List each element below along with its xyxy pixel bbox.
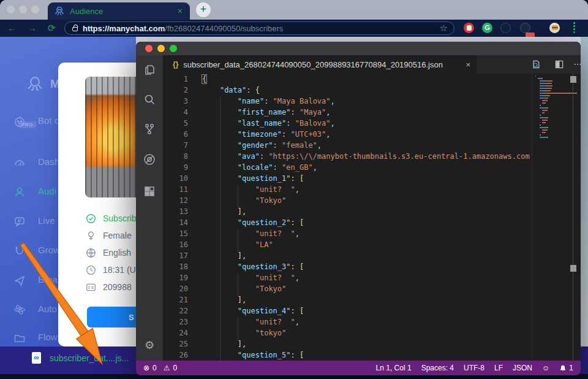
code-line-3[interactable]: "name": "Maya Balova",: [202, 97, 581, 108]
browser-tab-strip: Audience × +: [0, 0, 588, 20]
vscode-tab-close-icon[interactable]: ×: [466, 60, 470, 69]
extension-spiral-icon[interactable]: [520, 23, 530, 33]
vscode-status-bar: ⊗ 0 ⚠ 0 Ln 1, Col 1Spaces: 4UTF-8LFJSON …: [136, 361, 581, 375]
code-line-2[interactable]: "data": {: [202, 86, 581, 97]
bell-icon: [559, 364, 567, 372]
feedback-smiley-icon[interactable]: ☺: [542, 364, 549, 372]
browser-minimize-button[interactable]: [19, 6, 27, 13]
new-tab-button[interactable]: +: [196, 2, 211, 17]
code-lines[interactable]: { "data": { "name": "Maya Balova", "firs…: [202, 75, 581, 361]
minimap[interactable]: [532, 74, 581, 361]
code-line-13[interactable]: ],: [202, 207, 581, 218]
overview-ruler: [573, 74, 573, 361]
extension-burger-icon[interactable]: [549, 23, 560, 33]
clock-icon: [86, 265, 96, 275]
flows-icon: [13, 332, 26, 344]
vscode-close-button[interactable]: [145, 45, 153, 52]
browser-tab-audience[interactable]: Audience ×: [48, 2, 190, 20]
sidebar-item-label: Dash: [38, 156, 59, 167]
vscode-editor[interactable]: 1234567891011121314151617181920212223242…: [163, 74, 581, 361]
forward-button[interactable]: →: [28, 23, 37, 33]
status-item[interactable]: LF: [494, 364, 503, 372]
code-line-9[interactable]: "locale": "en_GB",: [202, 163, 581, 174]
status-item[interactable]: UTF-8: [464, 364, 484, 372]
reload-button[interactable]: ⟳: [48, 23, 56, 34]
check-circle-icon: [86, 213, 96, 224]
overview-ruler-marker: [570, 76, 576, 83]
globe-icon: [86, 248, 96, 258]
code-line-6[interactable]: "timezone": "UTC+03",: [202, 130, 581, 141]
code-line-23[interactable]: "unit? ",: [202, 318, 581, 329]
vscode-zoom-button[interactable]: [170, 45, 177, 52]
browser-toolbar: ← → ⟳ https://manychat.com /fb2680247440…: [0, 20, 588, 37]
extension-overflow-dots[interactable]: [573, 22, 575, 33]
code-line-22[interactable]: "question_4": [: [202, 307, 581, 318]
id-card-icon: [86, 282, 96, 293]
female-icon: [86, 231, 96, 241]
code-line-19[interactable]: "unit? ",: [202, 274, 581, 285]
code-line-5[interactable]: "last_name": "Balova",: [202, 119, 581, 130]
sidebar-item-label: Live: [38, 215, 55, 226]
code-line-21[interactable]: ],: [202, 296, 581, 307]
sidebar-item-label: Flow: [38, 332, 58, 342]
browser-zoom-button[interactable]: [31, 6, 39, 13]
status-item[interactable]: JSON: [513, 364, 532, 372]
vscode-minimize-button[interactable]: [157, 45, 165, 52]
vscode-editor-tab[interactable]: {} subscriber_data_268024744090050_20998…: [163, 55, 477, 74]
minimap-content: [535, 75, 577, 139]
code-line-11[interactable]: "unit? ",: [202, 185, 581, 196]
code-line-1[interactable]: {: [202, 75, 581, 86]
code-line-12[interactable]: "Tokyo": [202, 196, 581, 207]
subscriber-id-label: 209988: [103, 282, 132, 292]
code-line-25[interactable]: ],: [202, 340, 581, 351]
extension-grammarly-icon[interactable]: G: [482, 23, 492, 33]
overview-ruler-marker: [570, 265, 576, 272]
back-button[interactable]: ←: [7, 23, 17, 33]
debug-icon[interactable]: [143, 153, 156, 166]
code-line-15[interactable]: "unit? ",: [202, 229, 581, 240]
extension-blocker-icon[interactable]: [464, 23, 474, 33]
sidebar-item-label: Auto: [38, 304, 57, 314]
vscode-file-icon: ∞: [32, 352, 41, 364]
code-line-26[interactable]: "question_5": [: [202, 351, 581, 361]
code-line-14[interactable]: "question_2": [: [202, 218, 581, 229]
browser-close-button[interactable]: [7, 6, 15, 13]
code-line-4[interactable]: "first_name": "Maya",: [202, 108, 581, 119]
code-line-20[interactable]: "Tokyo": [202, 285, 581, 296]
sidebar-item-label: Broa: [38, 274, 58, 285]
code-line-24[interactable]: "tokyo": [202, 329, 581, 340]
code-line-10[interactable]: "question_1": [: [202, 174, 581, 185]
code-line-16[interactable]: "LA": [202, 240, 581, 251]
explorer-icon[interactable]: [143, 64, 156, 76]
code-line-18[interactable]: "question_3": [: [202, 262, 581, 274]
split-editor-icon[interactable]: [554, 59, 565, 69]
page-scrollbar-strip[interactable]: [581, 37, 588, 346]
sidebar-item-label: Bot c: [38, 115, 59, 126]
extensions-icon[interactable]: [143, 185, 156, 197]
notifications-status[interactable]: 1: [559, 364, 573, 372]
tab-close-icon[interactable]: ×: [178, 6, 183, 16]
address-bar[interactable]: https://manychat.com /fb268024744090050/…: [64, 21, 454, 35]
download-filename: subscriber_dat....js...: [50, 353, 129, 363]
status-item[interactable]: Ln 1, Col 1: [376, 364, 412, 372]
bookmark-star-icon[interactable]: ☆: [440, 23, 448, 34]
status-item[interactable]: Spaces: 4: [421, 364, 454, 372]
sidebar-item-label: Audi: [38, 186, 56, 196]
gutter: 1234567891011121314151617181920212223242…: [163, 75, 194, 361]
warnings-icon: ⚠: [164, 364, 170, 372]
open-preview-icon[interactable]: [530, 59, 541, 69]
hand-icon: [467, 25, 472, 31]
problems-status[interactable]: ⊗ 0 ⚠ 0: [143, 364, 177, 372]
burger-icon: [552, 25, 558, 30]
code-line-8[interactable]: "ava": "https:\/\/manybot-thumbnails.s3.…: [202, 152, 581, 163]
code-line-17[interactable]: ],: [202, 251, 581, 262]
source-control-icon[interactable]: [143, 123, 156, 135]
settings-gear-icon[interactable]: ⚙: [143, 339, 156, 351]
more-actions-icon[interactable]: ⋯: [572, 59, 581, 69]
code-line-7[interactable]: "gender": "female",: [202, 141, 581, 152]
download-item[interactable]: ∞ subscriber_dat....js... ^: [32, 352, 145, 364]
subscriber-time-label: 18:31 (U: [103, 265, 136, 275]
automation-icon: [13, 304, 26, 316]
extension-shield-icon[interactable]: [500, 23, 511, 33]
search-icon[interactable]: [143, 93, 156, 105]
